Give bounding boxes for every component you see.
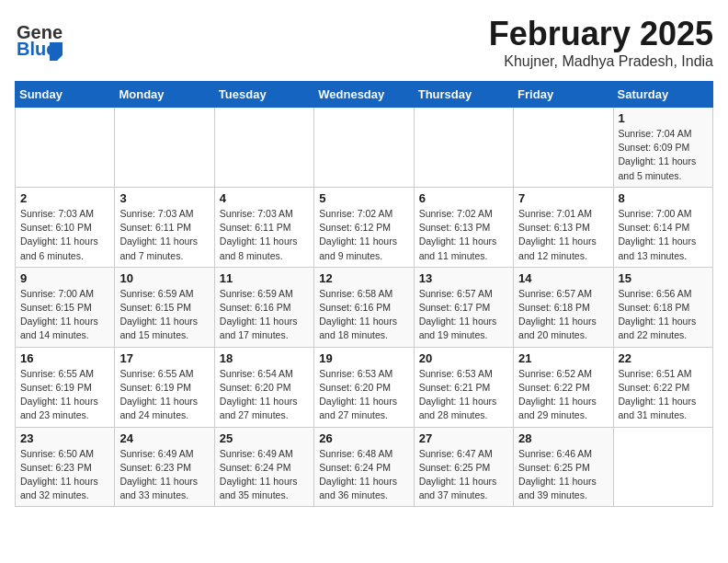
day-info: Sunrise: 6:55 AM Sunset: 6:19 PM Dayligh… bbox=[119, 367, 209, 423]
calendar-cell: 9Sunrise: 7:00 AM Sunset: 6:15 PM Daylig… bbox=[16, 267, 115, 347]
calendar-cell: 4Sunrise: 7:03 AM Sunset: 6:11 PM Daylig… bbox=[214, 187, 313, 267]
calendar-cell: 18Sunrise: 6:54 AM Sunset: 6:20 PM Dayli… bbox=[214, 347, 313, 427]
title-section: February 2025 Khujner, Madhya Pradesh, I… bbox=[489, 15, 713, 70]
day-number: 7 bbox=[518, 191, 608, 205]
calendar-cell: 27Sunrise: 6:47 AM Sunset: 6:25 PM Dayli… bbox=[414, 427, 513, 507]
day-number: 19 bbox=[319, 351, 408, 365]
calendar-cell: 1Sunrise: 7:04 AM Sunset: 6:09 PM Daylig… bbox=[613, 108, 712, 188]
calendar-cell: 23Sunrise: 6:50 AM Sunset: 6:23 PM Dayli… bbox=[16, 427, 115, 507]
day-info: Sunrise: 7:00 AM Sunset: 6:15 PM Dayligh… bbox=[20, 287, 109, 343]
day-info: Sunrise: 7:03 AM Sunset: 6:11 PM Dayligh… bbox=[220, 207, 309, 263]
day-info: Sunrise: 6:54 AM Sunset: 6:20 PM Dayligh… bbox=[220, 367, 309, 423]
calendar-cell: 25Sunrise: 6:49 AM Sunset: 6:24 PM Dayli… bbox=[214, 427, 313, 507]
day-number: 12 bbox=[319, 271, 408, 285]
weekday-header-monday: Monday bbox=[115, 82, 214, 108]
day-number: 6 bbox=[419, 191, 508, 205]
day-number: 13 bbox=[419, 271, 508, 285]
calendar-cell: 21Sunrise: 6:52 AM Sunset: 6:22 PM Dayli… bbox=[514, 347, 613, 427]
day-number: 20 bbox=[419, 351, 508, 365]
day-number: 8 bbox=[619, 191, 708, 205]
calendar-cell bbox=[514, 108, 613, 188]
day-number: 15 bbox=[619, 271, 708, 285]
calendar-week-row: 16Sunrise: 6:55 AM Sunset: 6:19 PM Dayli… bbox=[16, 347, 713, 427]
calendar-cell: 14Sunrise: 6:57 AM Sunset: 6:18 PM Dayli… bbox=[514, 267, 613, 347]
day-info: Sunrise: 6:53 AM Sunset: 6:21 PM Dayligh… bbox=[419, 367, 508, 423]
calendar-cell: 5Sunrise: 7:02 AM Sunset: 6:12 PM Daylig… bbox=[314, 187, 414, 267]
day-number: 2 bbox=[20, 191, 109, 205]
calendar-cell: 2Sunrise: 7:03 AM Sunset: 6:10 PM Daylig… bbox=[16, 187, 115, 267]
day-info: Sunrise: 7:01 AM Sunset: 6:13 PM Dayligh… bbox=[518, 207, 608, 263]
day-info: Sunrise: 7:03 AM Sunset: 6:10 PM Dayligh… bbox=[20, 207, 109, 263]
day-info: Sunrise: 6:50 AM Sunset: 6:23 PM Dayligh… bbox=[20, 447, 109, 503]
day-info: Sunrise: 6:59 AM Sunset: 6:16 PM Dayligh… bbox=[220, 287, 309, 343]
day-number: 18 bbox=[220, 351, 309, 365]
calendar-cell: 16Sunrise: 6:55 AM Sunset: 6:19 PM Dayli… bbox=[16, 347, 115, 427]
day-info: Sunrise: 6:49 AM Sunset: 6:23 PM Dayligh… bbox=[119, 447, 209, 503]
calendar-cell: 26Sunrise: 6:48 AM Sunset: 6:24 PM Dayli… bbox=[314, 427, 414, 507]
day-info: Sunrise: 6:57 AM Sunset: 6:17 PM Dayligh… bbox=[419, 287, 508, 343]
calendar-cell bbox=[613, 427, 712, 507]
day-info: Sunrise: 6:58 AM Sunset: 6:16 PM Dayligh… bbox=[319, 287, 408, 343]
day-info: Sunrise: 6:53 AM Sunset: 6:20 PM Dayligh… bbox=[319, 367, 408, 423]
day-number: 28 bbox=[518, 431, 608, 445]
day-number: 5 bbox=[319, 191, 408, 205]
day-number: 22 bbox=[619, 351, 708, 365]
logo-icon: General Blue bbox=[15, 15, 63, 63]
day-info: Sunrise: 7:02 AM Sunset: 6:12 PM Dayligh… bbox=[319, 207, 408, 263]
day-info: Sunrise: 6:57 AM Sunset: 6:18 PM Dayligh… bbox=[518, 287, 608, 343]
calendar-cell: 24Sunrise: 6:49 AM Sunset: 6:23 PM Dayli… bbox=[115, 427, 214, 507]
calendar-cell: 12Sunrise: 6:58 AM Sunset: 6:16 PM Dayli… bbox=[314, 267, 414, 347]
calendar-cell: 11Sunrise: 6:59 AM Sunset: 6:16 PM Dayli… bbox=[214, 267, 313, 347]
calendar-cell: 22Sunrise: 6:51 AM Sunset: 6:22 PM Dayli… bbox=[613, 347, 712, 427]
calendar-cell bbox=[414, 108, 513, 188]
day-number: 10 bbox=[119, 271, 209, 285]
day-number: 27 bbox=[419, 431, 508, 445]
day-info: Sunrise: 6:51 AM Sunset: 6:22 PM Dayligh… bbox=[619, 367, 708, 423]
day-number: 1 bbox=[619, 111, 708, 125]
calendar-cell bbox=[115, 108, 214, 188]
weekday-header-thursday: Thursday bbox=[414, 82, 513, 108]
calendar-table: SundayMondayTuesdayWednesdayThursdayFrid… bbox=[15, 81, 713, 507]
calendar-cell: 10Sunrise: 6:59 AM Sunset: 6:15 PM Dayli… bbox=[115, 267, 214, 347]
calendar-week-row: 2Sunrise: 7:03 AM Sunset: 6:10 PM Daylig… bbox=[16, 187, 713, 267]
weekday-header-row: SundayMondayTuesdayWednesdayThursdayFrid… bbox=[16, 82, 713, 108]
day-info: Sunrise: 6:55 AM Sunset: 6:19 PM Dayligh… bbox=[20, 367, 109, 423]
weekday-header-wednesday: Wednesday bbox=[314, 82, 414, 108]
day-number: 17 bbox=[119, 351, 209, 365]
calendar-week-row: 9Sunrise: 7:00 AM Sunset: 6:15 PM Daylig… bbox=[16, 267, 713, 347]
calendar-cell: 28Sunrise: 6:46 AM Sunset: 6:25 PM Dayli… bbox=[514, 427, 613, 507]
weekday-header-tuesday: Tuesday bbox=[214, 82, 313, 108]
day-number: 9 bbox=[20, 271, 109, 285]
day-info: Sunrise: 7:03 AM Sunset: 6:11 PM Dayligh… bbox=[119, 207, 209, 263]
calendar-cell: 19Sunrise: 6:53 AM Sunset: 6:20 PM Dayli… bbox=[314, 347, 414, 427]
day-info: Sunrise: 6:48 AM Sunset: 6:24 PM Dayligh… bbox=[319, 447, 408, 503]
calendar-week-row: 23Sunrise: 6:50 AM Sunset: 6:23 PM Dayli… bbox=[16, 427, 713, 507]
calendar-cell: 8Sunrise: 7:00 AM Sunset: 6:14 PM Daylig… bbox=[613, 187, 712, 267]
calendar-week-row: 1Sunrise: 7:04 AM Sunset: 6:09 PM Daylig… bbox=[16, 108, 713, 188]
day-number: 3 bbox=[119, 191, 209, 205]
day-number: 25 bbox=[220, 431, 309, 445]
day-info: Sunrise: 6:46 AM Sunset: 6:25 PM Dayligh… bbox=[518, 447, 608, 503]
day-number: 21 bbox=[518, 351, 608, 365]
weekday-header-sunday: Sunday bbox=[16, 82, 115, 108]
day-info: Sunrise: 6:52 AM Sunset: 6:22 PM Dayligh… bbox=[518, 367, 608, 423]
day-info: Sunrise: 7:00 AM Sunset: 6:14 PM Dayligh… bbox=[619, 207, 708, 263]
calendar-cell bbox=[214, 108, 313, 188]
day-number: 11 bbox=[220, 271, 309, 285]
svg-marker-2 bbox=[50, 42, 63, 61]
weekday-header-saturday: Saturday bbox=[613, 82, 712, 108]
calendar-cell: 6Sunrise: 7:02 AM Sunset: 6:13 PM Daylig… bbox=[414, 187, 513, 267]
day-number: 16 bbox=[20, 351, 109, 365]
day-info: Sunrise: 6:56 AM Sunset: 6:18 PM Dayligh… bbox=[619, 287, 708, 343]
calendar-cell bbox=[16, 108, 115, 188]
logo: General Blue bbox=[15, 15, 63, 63]
day-info: Sunrise: 6:47 AM Sunset: 6:25 PM Dayligh… bbox=[419, 447, 508, 503]
calendar-cell: 3Sunrise: 7:03 AM Sunset: 6:11 PM Daylig… bbox=[115, 187, 214, 267]
calendar-cell: 13Sunrise: 6:57 AM Sunset: 6:17 PM Dayli… bbox=[414, 267, 513, 347]
calendar-subtitle: Khujner, Madhya Pradesh, India bbox=[489, 53, 713, 70]
day-number: 24 bbox=[119, 431, 209, 445]
day-number: 26 bbox=[319, 431, 408, 445]
calendar-cell: 17Sunrise: 6:55 AM Sunset: 6:19 PM Dayli… bbox=[115, 347, 214, 427]
day-number: 4 bbox=[220, 191, 309, 205]
day-number: 23 bbox=[20, 431, 109, 445]
